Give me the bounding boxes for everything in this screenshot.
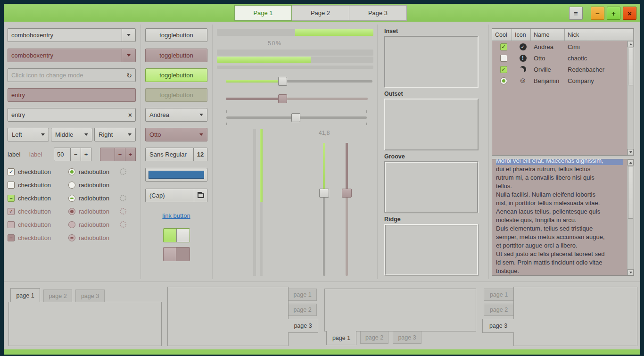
color-button[interactable] bbox=[145, 168, 207, 182]
font-size-label[interactable]: 12 bbox=[194, 148, 207, 161]
menu-button[interactable]: ≡ bbox=[569, 7, 583, 20]
scroll-down-button[interactable] bbox=[627, 269, 634, 275]
checkbox-checked-icon[interactable] bbox=[8, 168, 15, 175]
clear-icon[interactable] bbox=[128, 111, 132, 119]
combobox-middle-value: Middle bbox=[55, 131, 73, 138]
scroll-down-button[interactable] bbox=[627, 149, 634, 155]
column-separator bbox=[140, 25, 141, 279]
tab-page2[interactable]: page 2 bbox=[43, 290, 72, 302]
tab-page1[interactable]: page 1 bbox=[484, 289, 513, 301]
close-button[interactable]: × bbox=[623, 7, 636, 20]
tab-page3-active[interactable]: page 3 bbox=[288, 319, 318, 333]
scroll-up-button[interactable] bbox=[627, 41, 634, 47]
checkbutton-label: checkbutton bbox=[18, 208, 51, 215]
radiobutton-label: radiobutton bbox=[79, 208, 109, 215]
slider-handle[interactable] bbox=[278, 77, 287, 86]
checkbox-checked-icon[interactable] bbox=[500, 66, 507, 73]
column-header-name[interactable]: Name bbox=[531, 29, 565, 41]
radio-mixed-icon[interactable] bbox=[68, 195, 75, 202]
scrollbar-thumb[interactable] bbox=[628, 48, 633, 85]
combobox-middle[interactable]: Middle bbox=[51, 128, 92, 141]
tab-page1[interactable]: page 1 bbox=[289, 289, 317, 301]
header-tab-page1[interactable]: Page 1 bbox=[234, 5, 292, 21]
combobox-right[interactable]: Right bbox=[94, 128, 136, 141]
scrollbar[interactable] bbox=[627, 41, 634, 155]
combobox-andrea[interactable]: Andrea bbox=[145, 108, 207, 122]
hscale[interactable] bbox=[226, 77, 372, 86]
tab-page3-active[interactable]: page 3 bbox=[482, 319, 514, 333]
font-button[interactable]: Sans Regular 12 bbox=[145, 148, 207, 161]
table-row[interactable]: Andrea Cimi bbox=[492, 41, 634, 52]
tab-page2[interactable]: page 2 bbox=[484, 304, 513, 316]
cell-nick: Company bbox=[565, 75, 627, 86]
file-chooser-button[interactable]: (Cap) bbox=[145, 189, 207, 202]
checkbox-mixed-icon[interactable] bbox=[8, 195, 15, 202]
table-row[interactable]: Benjamin Company bbox=[492, 75, 634, 86]
checkbox-checked-icon[interactable] bbox=[500, 43, 507, 50]
switch-handle[interactable] bbox=[176, 229, 190, 242]
checkbutton-mixed[interactable]: checkbutton bbox=[8, 193, 51, 203]
table-row[interactable]: Orville Redenbacher bbox=[492, 64, 634, 75]
scroll-up-button[interactable] bbox=[627, 159, 634, 166]
comboboxentry-input[interactable] bbox=[11, 32, 118, 39]
tab-page2[interactable]: page 2 bbox=[360, 331, 388, 344]
radiobutton-unchecked[interactable]: radiobutton bbox=[68, 180, 109, 190]
spin-increment-button[interactable]: + bbox=[81, 148, 91, 161]
refresh-icon[interactable] bbox=[126, 72, 132, 79]
text-line: Ut sed justo ac felis placerat laoreet s… bbox=[496, 250, 623, 258]
maximize-button[interactable]: + bbox=[607, 7, 620, 20]
app-window: Page 1 Page 2 Page 3 ≡ − + × Left Middle… bbox=[0, 0, 644, 356]
radio-checked-icon[interactable] bbox=[68, 168, 75, 175]
togglebutton-active[interactable]: togglebutton bbox=[145, 68, 207, 82]
file-name-label[interactable]: (Cap) bbox=[145, 189, 194, 202]
checkbutton-checked[interactable]: checkbutton bbox=[8, 166, 51, 177]
slider-handle bbox=[342, 189, 352, 198]
checkbox-unchecked-icon[interactable] bbox=[500, 55, 507, 62]
radiobutton-checked[interactable]: radiobutton bbox=[68, 166, 109, 177]
hscale-with-marks[interactable] bbox=[226, 113, 367, 122]
spin-decrement-button[interactable]: − bbox=[71, 148, 81, 161]
tab-page1-active[interactable]: page 1 bbox=[326, 331, 356, 345]
entry-input[interactable] bbox=[11, 111, 128, 118]
spinbutton[interactable]: 50 − + bbox=[54, 148, 91, 161]
spinbutton-value[interactable]: 50 bbox=[54, 148, 71, 161]
scrollbar-thumb[interactable] bbox=[628, 166, 633, 219]
treeview[interactable]: Cool Icon Name Nick Andrea Cimi Otto cha… bbox=[492, 28, 634, 156]
tab-page2[interactable]: page 2 bbox=[289, 304, 317, 316]
comboboxentry-dropdown-button[interactable] bbox=[122, 28, 136, 42]
tab-page3[interactable]: page 3 bbox=[75, 290, 105, 302]
comboboxentry[interactable] bbox=[8, 28, 136, 42]
slider-handle[interactable] bbox=[319, 189, 329, 198]
font-family-label[interactable]: Sans Regular bbox=[145, 148, 194, 161]
togglebutton-active-disabled: togglebutton bbox=[145, 88, 207, 102]
link-button[interactable]: link button bbox=[145, 212, 207, 219]
icon-entry[interactable] bbox=[8, 68, 136, 82]
minimize-button[interactable]: − bbox=[591, 7, 604, 20]
radio-checked-icon[interactable] bbox=[500, 77, 507, 84]
scrollbar[interactable] bbox=[627, 159, 634, 275]
tab-page3[interactable]: page 3 bbox=[393, 331, 421, 344]
switch-on[interactable] bbox=[163, 228, 190, 242]
checkbox-unchecked-icon[interactable] bbox=[8, 182, 15, 189]
entry-with-clear[interactable] bbox=[8, 108, 136, 122]
notebook-page-area bbox=[324, 289, 476, 331]
text-line: molestie quis, fringilla in arcu. bbox=[496, 216, 623, 224]
checkbutton-unchecked[interactable]: checkbutton bbox=[8, 180, 51, 190]
vscale[interactable] bbox=[319, 143, 329, 276]
header-tab-page2[interactable]: Page 2 bbox=[292, 5, 349, 21]
tab-page1-active[interactable]: page 1 bbox=[10, 288, 40, 302]
icon-entry-input[interactable] bbox=[11, 72, 126, 79]
textview[interactable]: Morbi vel elit erat. Maecenas dignissim,… bbox=[492, 159, 634, 276]
combobox-left[interactable]: Left bbox=[8, 128, 49, 141]
radio-unchecked-icon[interactable] bbox=[68, 182, 75, 189]
combobox-right-value: Right bbox=[99, 131, 113, 138]
table-row[interactable]: Otto chaotic bbox=[492, 52, 634, 64]
column-header-nick[interactable]: Nick bbox=[565, 29, 634, 41]
slider-handle[interactable] bbox=[291, 113, 300, 122]
togglebutton-normal[interactable]: togglebutton bbox=[145, 28, 207, 42]
column-header-cool[interactable]: Cool bbox=[492, 29, 512, 41]
header-tab-page3[interactable]: Page 3 bbox=[349, 5, 407, 21]
radiobutton-mixed[interactable]: radiobutton bbox=[68, 193, 109, 203]
column-header-icon[interactable]: Icon bbox=[512, 29, 531, 41]
textview-content[interactable]: Morbi vel elit erat. Maecenas dignissim,… bbox=[492, 159, 627, 275]
